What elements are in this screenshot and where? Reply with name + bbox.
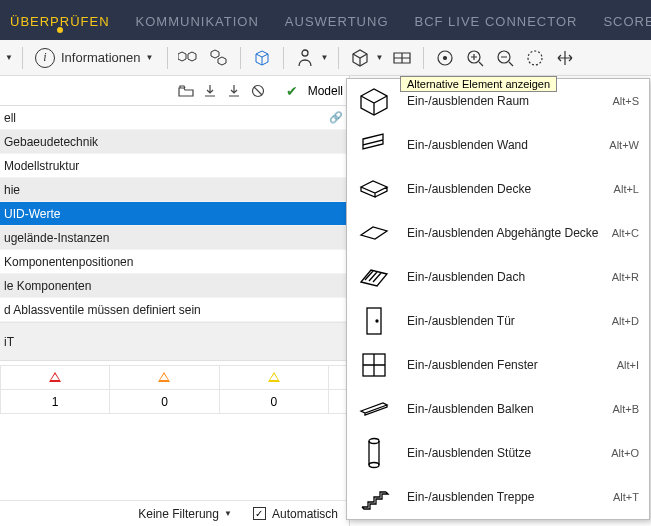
- tree-row[interactable]: hie: [0, 178, 349, 202]
- menu-label: Ein-/ausblenden Decke: [407, 182, 602, 196]
- separator: [22, 47, 23, 69]
- tree: ell 🔗 Gebaeudetechnik Modellstruktur hie…: [0, 106, 349, 323]
- menu-item-tuer[interactable]: Ein-/ausblenden Tür Alt+D: [347, 299, 649, 343]
- tree-row[interactable]: Modellstruktur: [0, 154, 349, 178]
- room-icon: [353, 83, 395, 119]
- cubes-icon[interactable]: [176, 45, 202, 71]
- svg-rect-7: [367, 308, 381, 334]
- menu-shortcut: Alt+L: [614, 183, 639, 195]
- info-label-text: Informationen: [61, 50, 141, 65]
- menu-item-abg-decke[interactable]: Ein-/ausblenden Abgehängte Decke Alt+C: [347, 211, 649, 255]
- box-toggle-icon[interactable]: [347, 45, 373, 71]
- menu-label: Ein-/ausblenden Stütze: [407, 446, 599, 460]
- menu-shortcut: Alt+R: [612, 271, 639, 283]
- chevron-down-icon: ▼: [145, 53, 155, 62]
- count-minor: 0: [219, 390, 328, 414]
- menu-item-stuetze[interactable]: Ein-/ausblenden Stütze Alt+O: [347, 431, 649, 475]
- menu-label: Ein-/ausblenden Fenster: [407, 358, 605, 372]
- separator: [283, 47, 284, 69]
- svg-point-8: [376, 320, 378, 322]
- tree-row-selected[interactable]: UID-Werte: [0, 202, 349, 226]
- menu-item-treppe[interactable]: Ein-/ausblenden Treppe Alt+T: [347, 475, 649, 519]
- tree-row[interactable]: d Ablassventile müssen definiert sein: [0, 298, 349, 322]
- menu-item-decke[interactable]: Ein-/ausblenden Decke Alt+L: [347, 167, 649, 211]
- zoom-out-icon[interactable]: [492, 45, 518, 71]
- download-icon[interactable]: [224, 81, 244, 101]
- count-major: 0: [110, 390, 219, 414]
- person-icon[interactable]: [292, 45, 318, 71]
- tab-ueberpruefen[interactable]: ÜBERPRÜFEN: [6, 4, 114, 37]
- ban-icon[interactable]: [248, 81, 268, 101]
- tab-kommunikation[interactable]: KOMMUNIKATION: [132, 4, 263, 37]
- zoom-in-icon[interactable]: [462, 45, 488, 71]
- tree-row-label: ell: [4, 111, 16, 125]
- severity-major-icon: [110, 366, 219, 390]
- slab-icon: [353, 171, 395, 207]
- tree-row[interactable]: ell 🔗: [0, 106, 349, 130]
- wire-cube-icon[interactable]: [249, 45, 275, 71]
- results-table: 1 0 0: [0, 365, 349, 414]
- info-dropdown[interactable]: i Informationen ▼: [31, 48, 159, 68]
- download-icon[interactable]: [200, 81, 220, 101]
- wall-icon: [353, 127, 395, 163]
- menu-item-wand[interactable]: Ein-/ausblenden Wand Alt+W: [347, 123, 649, 167]
- tab-score[interactable]: SCORE: [599, 4, 651, 37]
- svg-point-11: [369, 463, 379, 468]
- element-visibility-menu: Ein-/ausblenden Raum Alt+S Ein-/ausblend…: [346, 78, 650, 520]
- door-icon: [353, 303, 395, 339]
- tree-row-label: Modellstruktur: [4, 159, 79, 173]
- ceiling-icon: [353, 215, 395, 251]
- chevron-down-icon[interactable]: ▼: [375, 53, 385, 62]
- menu-shortcut: Alt+T: [613, 491, 639, 503]
- zoom-extents-icon[interactable]: [432, 45, 458, 71]
- menu-label: Ein-/ausblenden Abgehängte Decke: [407, 226, 600, 240]
- filter-label: Keine Filterung: [138, 507, 219, 521]
- tree-row[interactable]: ugelände-Instanzen: [0, 226, 349, 250]
- column-icon: [353, 435, 395, 471]
- tree-row[interactable]: Komponentenpositionen: [0, 250, 349, 274]
- tree-row[interactable]: Gebaeudetechnik: [0, 130, 349, 154]
- menu-shortcut: Alt+S: [612, 95, 639, 107]
- menu-item-fenster[interactable]: Ein-/ausblenden Fenster Alt+I: [347, 343, 649, 387]
- left-caret-icon[interactable]: ▼: [4, 53, 14, 62]
- svg-point-0: [302, 50, 308, 56]
- link-icon[interactable]: 🔗: [327, 109, 345, 127]
- left-panel: ✔ Modell ell 🔗 Gebaeudetechnik Modellstr…: [0, 76, 350, 526]
- separator: [338, 47, 339, 69]
- filter-combo[interactable]: Keine Filterung ▼: [133, 504, 238, 524]
- auto-checkbox[interactable]: ✓ Automatisch: [248, 504, 343, 524]
- zoom-window-icon[interactable]: [522, 45, 548, 71]
- menu-shortcut: Alt+B: [612, 403, 639, 415]
- menu-shortcut: Alt+C: [612, 227, 639, 239]
- chevron-down-icon[interactable]: ▼: [320, 53, 330, 62]
- bottom-bar: Keine Filterung ▼ ✓ Automatisch: [0, 500, 349, 526]
- tooltip: Alternative Element anzeigen: [400, 76, 557, 92]
- menu-label: Ein-/ausblenden Raum: [407, 94, 600, 108]
- count-critical: 1: [1, 390, 110, 414]
- check-icon[interactable]: ✔: [282, 81, 302, 101]
- info-icon: i: [35, 48, 55, 68]
- menu-item-dach[interactable]: Ein-/ausblenden Dach Alt+R: [347, 255, 649, 299]
- cubes-federated-icon[interactable]: [206, 45, 232, 71]
- tab-bcf[interactable]: BCF LIVE CONNECTOR: [411, 4, 582, 37]
- tree-row-label: Komponentenpositionen: [4, 255, 133, 269]
- svg-point-2: [443, 56, 446, 59]
- menu-label: Ein-/ausblenden Wand: [407, 138, 597, 152]
- modell-label: Modell: [306, 84, 343, 98]
- roof-icon: [353, 259, 395, 295]
- ribbon-tabs: ÜBERPRÜFEN KOMMUNIKATION AUSWERTUNG BCF …: [0, 0, 651, 40]
- menu-item-balken[interactable]: Ein-/ausblenden Balken Alt+B: [347, 387, 649, 431]
- svg-point-5: [528, 51, 542, 65]
- section-box-icon[interactable]: [389, 45, 415, 71]
- band-row[interactable]: iT: [0, 323, 349, 361]
- separator: [240, 47, 241, 69]
- pan-icon[interactable]: [552, 45, 578, 71]
- chevron-down-icon: ▼: [223, 509, 233, 518]
- folder-open-icon[interactable]: [176, 81, 196, 101]
- menu-shortcut: Alt+O: [611, 447, 639, 459]
- tree-row-label: Gebaeudetechnik: [4, 135, 98, 149]
- main-toolbar: ▼ i Informationen ▼ ▼ ▼: [0, 40, 651, 76]
- tab-auswertung[interactable]: AUSWERTUNG: [281, 4, 393, 37]
- tree-row[interactable]: le Komponenten: [0, 274, 349, 298]
- menu-label: Ein-/ausblenden Treppe: [407, 490, 601, 504]
